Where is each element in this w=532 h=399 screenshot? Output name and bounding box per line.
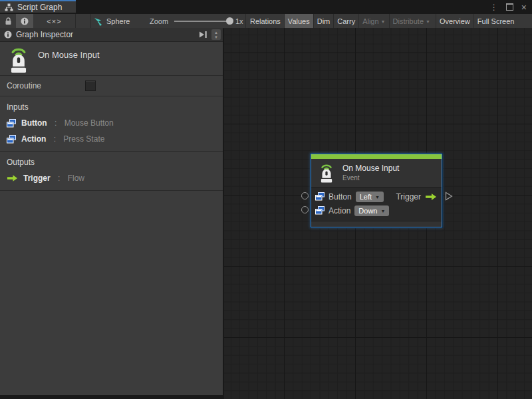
chevron-down-icon: ▼ (381, 19, 386, 24)
toolbar-buttons: Relations Values Dim Carry Align ▼ Distr… (247, 14, 517, 28)
arrow-down-icon: ▼ (214, 35, 218, 39)
inspector-toggle-button[interactable] (16, 14, 33, 28)
coroutine-row: Coroutine (0, 76, 223, 96)
window-controls: ⋮ × (490, 0, 527, 14)
node-body: Button Left ▼ Trigger (311, 188, 442, 221)
outputs-section: Outputs Trigger : Flow (0, 152, 223, 191)
coroutine-label: Coroutine (7, 81, 41, 90)
value-port-icon (315, 192, 325, 201)
inputs-header: Inputs (7, 102, 223, 112)
zoom-slider-track[interactable] (174, 21, 230, 22)
info-icon (4, 31, 12, 39)
arrow-up-icon: ▲ (214, 31, 218, 35)
node-title: On Mouse Input (342, 164, 399, 173)
value-port-icon (315, 206, 325, 215)
inputs-section: Inputs Button : Mouse Button Action : Pr… (0, 96, 223, 152)
port-label: Action (329, 206, 350, 215)
graph-toolbar: <×> Sphere Zoom 1x Relations Values Dim … (0, 14, 532, 29)
chevron-down-icon: ▼ (426, 19, 430, 24)
value-port-icon (7, 119, 16, 128)
graph-inspector-panel: Graph Inspector ▲ ▼ On Mouse Input Corou… (0, 28, 223, 395)
panel-stepper[interactable]: ▲ ▼ (211, 29, 221, 40)
relations-button[interactable]: Relations (247, 14, 284, 28)
node-footer (311, 221, 442, 227)
distribute-button[interactable]: Distribute ▼ (389, 14, 434, 28)
graph-owner-breadcrumb[interactable]: Sphere (93, 14, 130, 28)
graph-icon (5, 3, 13, 11)
input-row: Button : Mouse Button (7, 118, 223, 128)
input-row: Action : Press State (7, 134, 223, 144)
input-port-circle[interactable] (301, 192, 309, 200)
mouse-input-icon (317, 162, 336, 183)
trigger-output[interactable]: Trigger (396, 192, 438, 201)
lock-icon (5, 17, 12, 25)
port-row-action: Action Down ▼ (315, 203, 438, 217)
input-port-circle[interactable] (301, 206, 309, 213)
tab-bar: Script Graph ⋮ × (0, 0, 532, 14)
flow-arrow-icon (425, 193, 437, 201)
maximize-icon[interactable] (506, 3, 513, 11)
output-row: Trigger : Flow (7, 174, 223, 183)
overview-button[interactable]: Overview (436, 14, 473, 28)
action-dropdown[interactable]: Down ▼ (354, 205, 389, 216)
menu-kebab-icon[interactable]: ⋮ (490, 3, 498, 11)
flow-arrow-icon (7, 174, 18, 182)
port-label: Button (329, 192, 352, 201)
event-node-on-mouse-input[interactable]: On Mouse Input Event Button Left ▼ Trigg… (311, 154, 442, 227)
zoom-label: Zoom (150, 14, 168, 28)
chevron-down-icon: ▼ (375, 195, 380, 200)
align-button[interactable]: Align ▼ (358, 14, 388, 28)
carry-button[interactable]: Carry (333, 14, 358, 28)
chevron-down-icon: ▼ (380, 209, 385, 213)
toolbar-divider (75, 14, 76, 28)
node-header: On Mouse Input Event (311, 159, 442, 188)
lock-button[interactable] (0, 14, 16, 28)
zoom-value: 1x (235, 14, 243, 28)
node-subtitle: Event (342, 174, 399, 182)
button-dropdown[interactable]: Left ▼ (356, 192, 384, 202)
values-button[interactable]: Values (284, 14, 313, 28)
info-icon (21, 17, 29, 25)
inspector-title: Graph Inspector (16, 30, 73, 39)
full-screen-button[interactable]: Full Screen (473, 14, 518, 28)
node-accent-bar (311, 154, 442, 159)
tab-title: Script Graph (17, 3, 62, 12)
dock-panel-icon[interactable] (198, 31, 207, 39)
dim-button[interactable]: Dim (313, 14, 334, 28)
port-row-button: Button Left ▼ Trigger (315, 190, 438, 203)
unit-header-section: On Mouse Input (0, 42, 223, 76)
close-icon[interactable]: × (521, 3, 527, 12)
tab-script-graph[interactable]: Script Graph (0, 0, 76, 13)
mouse-input-icon (6, 45, 31, 73)
graph-owner-label: Sphere (106, 17, 130, 25)
code-view-button[interactable]: <×> (33, 14, 75, 28)
toolbar-divider (245, 14, 246, 28)
value-port-icon (7, 135, 16, 144)
toolbar-divider (90, 14, 91, 28)
inspector-header: Graph Inspector ▲ ▼ (0, 28, 223, 42)
flow-output-triangle[interactable] (445, 192, 453, 201)
coroutine-checkbox[interactable] (85, 80, 96, 91)
unit-title: On Mouse Input (38, 50, 100, 60)
bolt-graph-icon (93, 17, 102, 26)
trigger-label: Trigger (396, 192, 421, 201)
zoom-slider-handle[interactable] (226, 17, 233, 25)
outputs-header: Outputs (7, 158, 223, 167)
